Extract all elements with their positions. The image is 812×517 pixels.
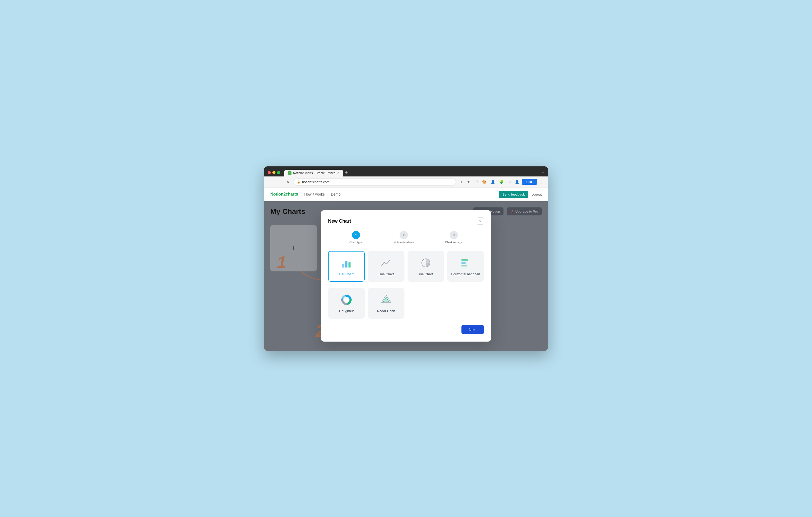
chart-option-line-label: Line Chart	[378, 272, 394, 276]
app-nav: How it works Demo	[304, 192, 493, 196]
grid-icon[interactable]: ⊞	[506, 179, 512, 185]
extensions-icon[interactable]: 🧩	[498, 179, 505, 185]
app-header: Notion2charts How it works Demo Send fee…	[264, 188, 548, 201]
step-2-number: 2	[403, 233, 405, 237]
chart-options-row2: Doughnut	[328, 288, 484, 319]
app-logo[interactable]: Notion2charts	[270, 192, 298, 197]
traffic-lights	[268, 171, 280, 174]
chart-option-bar-label: Bar Chart	[339, 272, 354, 276]
main-content: My Charts Connect Notion 🚀 Upgrade to Pr…	[264, 201, 548, 351]
svg-rect-5	[461, 262, 466, 264]
share-icon[interactable]: ⬆	[458, 179, 464, 185]
chart-option-pie-label: Pie Chart	[419, 272, 433, 276]
chart-option-radar[interactable]: Radar Chart	[368, 288, 404, 319]
address-bar[interactable]: 🔒 notion2charts.com	[293, 178, 456, 185]
modal-close-button[interactable]: ×	[477, 218, 484, 225]
radar-chart-icon	[380, 294, 392, 306]
menu-icon[interactable]: ⋮	[538, 179, 545, 185]
chart-option-hbar[interactable]: Horizontal bar chart	[447, 251, 484, 282]
color-icon[interactable]: 🎨	[481, 179, 488, 185]
active-tab[interactable]: N Notion2Charts - Create Embed ✕	[284, 170, 343, 176]
header-actions: Send feedback Logout	[499, 191, 542, 198]
bookmark-icon[interactable]: ★	[465, 179, 472, 185]
svg-rect-6	[461, 265, 467, 266]
svg-rect-1	[345, 261, 347, 267]
chart-option-radar-label: Radar Chart	[377, 309, 396, 313]
forward-button[interactable]: →	[276, 179, 283, 185]
logout-button[interactable]: Logout	[531, 193, 542, 196]
step-2-circle: 2	[400, 231, 408, 239]
update-button[interactable]: Update	[522, 179, 537, 185]
hbar-chart-icon	[459, 257, 472, 269]
pie-chart-icon	[420, 257, 432, 269]
back-button[interactable]: ←	[267, 179, 274, 185]
step-3-number: 3	[453, 233, 455, 237]
step-1-label: Chart type	[349, 241, 362, 244]
modal-backdrop: New Chart × 1 Chart type 2	[264, 201, 548, 351]
doughnut-chart-icon	[340, 294, 353, 306]
step-3-circle: 3	[450, 231, 458, 239]
lock-icon: 🔒	[297, 180, 300, 184]
chart-option-line[interactable]: Line Chart	[368, 251, 404, 282]
url-text: notion2charts.com	[302, 180, 329, 184]
avatar-icon[interactable]: 👤	[513, 179, 521, 185]
new-tab-button[interactable]: +	[343, 169, 350, 176]
chart-option-hbar-label: Horizontal bar chart	[451, 272, 480, 276]
step-line-2	[414, 235, 445, 235]
next-button[interactable]: Next	[461, 325, 484, 334]
step-3-label: Chart settings	[445, 241, 463, 244]
chart-option-bar[interactable]: Bar Chart	[328, 251, 365, 282]
refresh-button[interactable]: ↻	[285, 179, 291, 185]
chart-options-row1: Bar Chart Line Chart	[328, 251, 484, 282]
new-chart-modal: New Chart × 1 Chart type 2	[321, 210, 491, 342]
step-line-1	[362, 235, 394, 235]
demo-link[interactable]: Demo	[331, 192, 341, 196]
step-3: 3 Chart settings	[445, 231, 463, 244]
svg-rect-0	[342, 264, 344, 267]
step-2: 2 Notion database	[394, 231, 414, 244]
bar-chart-icon	[340, 257, 353, 269]
close-window-button[interactable]	[268, 171, 271, 174]
send-feedback-button[interactable]: Send feedback	[499, 191, 528, 198]
chart-option-pie[interactable]: Pie Chart	[408, 251, 444, 282]
chart-option-doughnut[interactable]: Doughnut	[328, 288, 365, 319]
empty-cell-1	[408, 288, 444, 319]
step-2-label: Notion database	[394, 241, 414, 244]
maximize-window-button[interactable]	[277, 171, 280, 174]
window-controls: ⌄	[542, 170, 544, 174]
tab-close-icon[interactable]: ✕	[337, 171, 340, 175]
profile-icon[interactable]: 👤	[489, 179, 496, 185]
tab-favicon: N	[288, 171, 291, 175]
step-1-circle: 1	[352, 231, 360, 239]
svg-rect-2	[348, 262, 351, 267]
minimize-window-button[interactable]	[272, 171, 276, 174]
step-1-number: 1	[355, 233, 357, 237]
browser-toolbar: ← → ↻ 🔒 notion2charts.com ⬆ ★ ⏱ 🎨 👤 🧩 ⊞ …	[264, 176, 548, 188]
browser-toolbar-icons: ⬆ ★ ⏱ 🎨 👤 🧩 ⊞ 👤 Update ⋮	[458, 179, 545, 185]
line-chart-icon	[380, 257, 392, 269]
tab-title: Notion2Charts - Create Embed	[293, 171, 336, 175]
svg-point-9	[344, 297, 349, 302]
svg-rect-4	[461, 259, 468, 261]
history-icon[interactable]: ⏱	[473, 179, 480, 185]
modal-footer: Next	[328, 325, 484, 334]
stepper: 1 Chart type 2 Notion database	[328, 231, 484, 244]
modal-title: New Chart	[328, 219, 351, 224]
how-it-works-link[interactable]: How it works	[304, 192, 325, 196]
empty-cell-2	[447, 288, 484, 319]
step-1: 1 Chart type	[349, 231, 362, 244]
chart-option-doughnut-label: Doughnut	[339, 309, 354, 313]
modal-header: New Chart ×	[328, 218, 484, 225]
browser-titlebar: N Notion2Charts - Create Embed ✕ + ⌄	[264, 166, 548, 176]
